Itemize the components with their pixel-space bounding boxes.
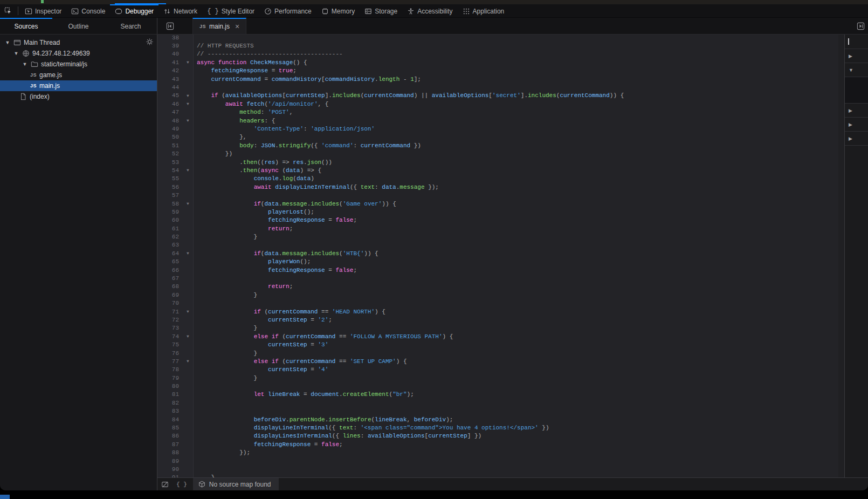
line-number[interactable]: 84 — [157, 416, 181, 423]
line-number[interactable]: 62 — [157, 234, 181, 240]
line-number[interactable]: 75 — [157, 341, 181, 348]
fold-arrow-icon[interactable]: ▼ — [181, 60, 195, 65]
right-panel-section-header[interactable]: ▼ — [845, 63, 868, 77]
line-number[interactable]: 80 — [157, 383, 181, 389]
line-number[interactable]: 44 — [157, 84, 181, 91]
line-number[interactable]: 79 — [157, 375, 181, 381]
line-number[interactable]: 49 — [157, 126, 181, 132]
line-number[interactable]: 50 — [157, 134, 181, 140]
tool-tab-storage[interactable]: Storage — [360, 4, 402, 17]
fold-arrow-icon[interactable]: ▼ — [181, 334, 195, 339]
right-panel-section-header[interactable]: ▶ — [845, 118, 868, 132]
tool-tab-memory[interactable]: Memory — [316, 4, 360, 17]
tree-item-main-thread[interactable]: ▼Main Thread — [0, 37, 157, 48]
line-number[interactable]: 90 — [157, 466, 181, 473]
line-number[interactable]: 77 — [157, 358, 181, 365]
line-number[interactable]: 69 — [157, 292, 181, 298]
chevron-down-icon[interactable]: ▼ — [22, 61, 28, 67]
line-number[interactable]: 42 — [157, 67, 181, 74]
taskbar-icon[interactable] — [0, 495, 10, 499]
panel-tab-outline[interactable]: Outline — [52, 18, 105, 34]
tool-tab-application[interactable]: Application — [458, 4, 509, 17]
line-number[interactable]: 78 — [157, 366, 181, 373]
line-number[interactable]: 71 — [157, 309, 181, 315]
fold-arrow-icon[interactable]: ▼ — [181, 309, 195, 314]
tool-tab-inspector[interactable]: Inspector — [20, 4, 66, 17]
line-number[interactable]: 43 — [157, 76, 181, 83]
source-tab-main-js[interactable]: JS main.js × — [192, 18, 246, 34]
tool-tab-network[interactable]: Network — [159, 4, 202, 17]
line-number[interactable]: 39 — [157, 43, 181, 49]
fold-arrow-icon[interactable]: ▼ — [181, 118, 195, 123]
line-number[interactable]: 58 — [157, 201, 181, 207]
line-number[interactable]: 55 — [157, 175, 181, 182]
line-number[interactable]: 83 — [157, 408, 181, 414]
line-number[interactable]: 68 — [157, 283, 181, 290]
close-tab-icon[interactable]: × — [235, 22, 239, 31]
tree-item-game-js[interactable]: JSgame.js — [0, 70, 157, 80]
line-number[interactable]: 81 — [157, 391, 181, 398]
fold-arrow-icon[interactable]: ▼ — [181, 251, 195, 256]
line-number[interactable]: 85 — [157, 425, 181, 431]
line-number[interactable]: 70 — [157, 300, 181, 306]
tool-tab-console[interactable]: Console — [66, 4, 110, 17]
line-number[interactable]: 51 — [157, 142, 181, 149]
line-number[interactable]: 54 — [157, 167, 181, 174]
tool-tab-performance[interactable]: Performance — [259, 4, 316, 17]
line-number[interactable]: 65 — [157, 258, 181, 265]
line-number[interactable]: 67 — [157, 275, 181, 282]
line-number[interactable]: 76 — [157, 350, 181, 357]
pretty-print-button[interactable]: { } — [173, 481, 191, 488]
line-number[interactable]: 53 — [157, 159, 181, 166]
collapse-sources-panel-button[interactable] — [163, 18, 177, 34]
line-number[interactable]: 87 — [157, 441, 181, 448]
line-number[interactable]: 82 — [157, 400, 181, 406]
chevron-down-icon[interactable]: ▼ — [13, 51, 19, 56]
tool-tab-accessibility[interactable]: Accessibility — [402, 4, 457, 17]
tree-item-94-237-48-12-49639[interactable]: ▼94.237.48.12:49639 — [0, 48, 157, 59]
gear-icon[interactable] — [146, 38, 154, 46]
fold-arrow-icon[interactable]: ▼ — [181, 101, 195, 106]
tree-item-static-terminal-js[interactable]: ▼static/terminal/js — [0, 59, 157, 70]
panel-tab-sources[interactable]: Sources — [0, 18, 52, 34]
fold-arrow-icon[interactable]: ▼ — [181, 359, 195, 364]
line-number[interactable]: 74 — [157, 333, 181, 340]
line-number[interactable]: 66 — [157, 267, 181, 274]
tool-tab-style-editor[interactable]: { }Style Editor — [202, 4, 259, 17]
line-number[interactable]: 46 — [157, 101, 181, 107]
line-number[interactable]: 60 — [157, 217, 181, 223]
line-number[interactable]: 40 — [157, 51, 181, 57]
line-number[interactable]: 48 — [157, 118, 181, 124]
line-number[interactable]: 61 — [157, 225, 181, 232]
tree-item--index-[interactable]: (index) — [0, 91, 157, 102]
line-number[interactable]: 38 — [157, 35, 181, 41]
line-number[interactable]: 57 — [157, 192, 181, 199]
line-number[interactable]: 63 — [157, 242, 181, 248]
pick-element-button[interactable] — [0, 4, 16, 17]
line-number[interactable]: 56 — [157, 184, 181, 190]
right-panel-section-header[interactable]: ▶ — [845, 132, 868, 146]
line-number[interactable]: 52 — [157, 151, 181, 157]
pause-icon[interactable] — [848, 38, 849, 45]
line-number[interactable]: 59 — [157, 209, 181, 215]
fold-arrow-icon[interactable]: ▼ — [181, 93, 195, 98]
fold-arrow-icon[interactable]: ▼ — [181, 168, 195, 173]
line-number[interactable]: 89 — [157, 458, 181, 464]
chevron-down-icon[interactable]: ▼ — [4, 40, 11, 45]
line-number[interactable]: 47 — [157, 109, 181, 115]
tool-tab-debugger[interactable]: Debugger — [110, 4, 159, 17]
panel-tab-search[interactable]: Search — [105, 18, 157, 34]
line-number[interactable]: 86 — [157, 433, 181, 439]
code-editor[interactable]: 3839// HTTP REQUESTS40// ---------------… — [157, 35, 844, 477]
line-number[interactable]: 72 — [157, 317, 181, 323]
line-number[interactable]: 88 — [157, 449, 181, 456]
line-number[interactable]: 41 — [157, 59, 181, 66]
line-number[interactable]: 45 — [157, 92, 181, 99]
fold-arrow-icon[interactable]: ▼ — [181, 201, 195, 206]
tree-item-main-js[interactable]: JSmain.js — [0, 80, 157, 91]
expand-panel-button[interactable] — [853, 18, 868, 34]
right-panel-section-header[interactable]: ▶ — [845, 104, 868, 118]
line-number[interactable]: 73 — [157, 325, 181, 331]
line-number[interactable]: 91 — [157, 474, 181, 477]
right-panel-section-header[interactable]: ▶ — [845, 49, 868, 63]
